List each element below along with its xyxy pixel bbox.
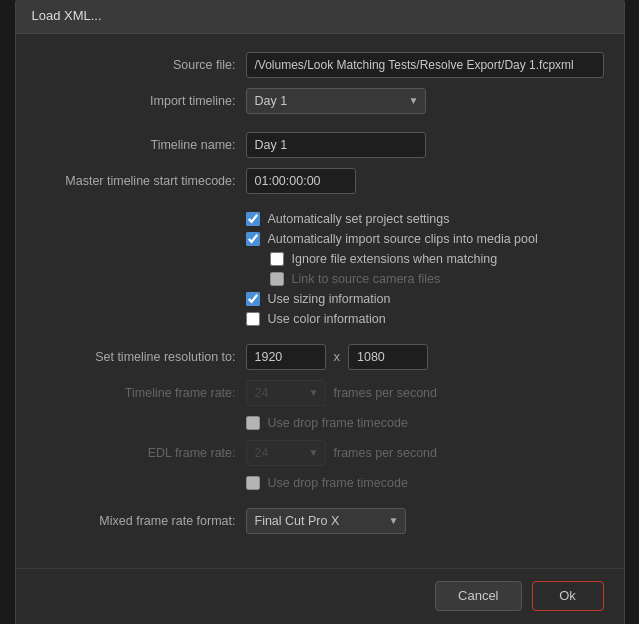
auto-project-settings-checkbox[interactable] — [246, 212, 260, 226]
ignore-extensions-row: Ignore file extensions when matching — [270, 252, 604, 266]
resolution-height-input[interactable] — [348, 344, 428, 370]
drop-frame-checkbox-1 — [246, 416, 260, 430]
drop-frame-checkbox-row-2: Use drop frame timecode — [246, 476, 604, 490]
ignore-extensions-checkbox[interactable] — [270, 252, 284, 266]
link-source-camera-row: Link to source camera files — [270, 272, 604, 286]
resolution-width-input[interactable] — [246, 344, 326, 370]
auto-project-settings-row: Automatically set project settings — [246, 212, 604, 226]
edl-framerate-select: 24 — [246, 440, 326, 466]
checkboxes-section: Automatically set project settings Autom… — [36, 212, 604, 326]
import-timeline-row: Import timeline: Day 1 ▼ — [36, 88, 604, 114]
source-file-value: /Volumes/Look Matching Tests/Resolve Exp… — [246, 52, 604, 78]
resolution-row: Set timeline resolution to: x — [36, 344, 604, 370]
timeline-framerate-select-wrapper: 24 ▼ — [246, 380, 326, 406]
mixed-frame-select-wrapper: Final Cut Pro X ▼ — [246, 508, 406, 534]
use-sizing-row: Use sizing information — [246, 292, 604, 306]
drop-frame-row-1: Use drop frame timecode — [36, 416, 604, 430]
edl-framerate-row: EDL frame rate: 24 ▼ frames per second — [36, 440, 604, 466]
timeline-framerate-row: Timeline frame rate: 24 ▼ frames per sec… — [36, 380, 604, 406]
timeline-name-input[interactable] — [246, 132, 426, 158]
auto-import-clips-label[interactable]: Automatically import source clips into m… — [268, 232, 538, 246]
checkboxes-area: Automatically set project settings Autom… — [246, 212, 604, 326]
drop-frame-label-1: Use drop frame timecode — [268, 416, 408, 430]
drop-frame-area-1: Use drop frame timecode — [246, 416, 604, 430]
edl-fps-label: frames per second — [326, 446, 438, 460]
timeline-fps-label: frames per second — [326, 386, 438, 400]
cancel-button[interactable]: Cancel — [435, 581, 521, 611]
drop-frame-row-2: Use drop frame timecode — [36, 476, 604, 490]
ok-button[interactable]: Ok — [532, 581, 604, 611]
timeline-framerate-label: Timeline frame rate: — [36, 386, 246, 400]
mixed-frame-label: Mixed frame rate format: — [36, 514, 246, 528]
use-color-checkbox[interactable] — [246, 312, 260, 326]
link-source-camera-checkbox — [270, 272, 284, 286]
resolution-x-label: x — [326, 349, 349, 364]
load-xml-dialog: Load XML... Source file: /Volumes/Look M… — [15, 0, 625, 624]
use-color-label[interactable]: Use color information — [268, 312, 386, 326]
source-file-row: Source file: /Volumes/Look Matching Test… — [36, 52, 604, 78]
title-bar: Load XML... — [16, 0, 624, 34]
link-source-camera-label: Link to source camera files — [292, 272, 441, 286]
auto-import-clips-row: Automatically import source clips into m… — [246, 232, 604, 246]
drop-frame-checkbox-2 — [246, 476, 260, 490]
drop-frame-label-2: Use drop frame timecode — [268, 476, 408, 490]
mixed-frame-select[interactable]: Final Cut Pro X — [246, 508, 406, 534]
drop-frame-checkbox-row-1: Use drop frame timecode — [246, 416, 604, 430]
dialog-title: Load XML... — [32, 8, 102, 23]
dialog-content: Source file: /Volumes/Look Matching Test… — [16, 34, 624, 560]
master-timecode-input[interactable] — [246, 168, 356, 194]
import-timeline-select-wrapper: Day 1 ▼ — [246, 88, 426, 114]
use-sizing-label[interactable]: Use sizing information — [268, 292, 391, 306]
import-timeline-select[interactable]: Day 1 — [246, 88, 426, 114]
drop-frame-area-2: Use drop frame timecode — [246, 476, 604, 490]
master-timecode-label: Master timeline start timecode: — [36, 174, 246, 188]
timeline-name-label: Timeline name: — [36, 138, 246, 152]
import-timeline-label: Import timeline: — [36, 94, 246, 108]
source-file-label: Source file: — [36, 58, 246, 72]
edl-framerate-select-wrapper: 24 ▼ — [246, 440, 326, 466]
timeline-name-row: Timeline name: — [36, 132, 604, 158]
ignore-extensions-label[interactable]: Ignore file extensions when matching — [292, 252, 498, 266]
master-timecode-row: Master timeline start timecode: — [36, 168, 604, 194]
dialog-footer: Cancel Ok — [16, 568, 624, 625]
auto-import-clips-checkbox[interactable] — [246, 232, 260, 246]
use-sizing-checkbox[interactable] — [246, 292, 260, 306]
auto-project-settings-label[interactable]: Automatically set project settings — [268, 212, 450, 226]
use-color-row: Use color information — [246, 312, 604, 326]
resolution-label: Set timeline resolution to: — [36, 350, 246, 364]
edl-framerate-label: EDL frame rate: — [36, 446, 246, 460]
mixed-frame-row: Mixed frame rate format: Final Cut Pro X… — [36, 508, 604, 534]
timeline-framerate-select: 24 — [246, 380, 326, 406]
